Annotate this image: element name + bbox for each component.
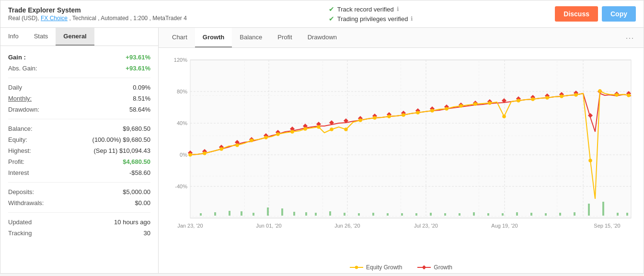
stats-section: Gain : +93.61% Abs. Gain: +93.61% Daily …: [0, 46, 158, 244]
drawdown-value: 58.64%: [129, 106, 150, 113]
svg-text:0%: 0%: [180, 152, 187, 158]
svg-rect-40: [415, 213, 417, 216]
updated-value: 10 hours ago: [114, 218, 150, 226]
tab-general[interactable]: General: [56, 28, 94, 46]
svg-text:120%: 120%: [174, 57, 187, 63]
tab-drawdown[interactable]: Drawdown: [300, 28, 345, 47]
left-tabs: Info Stats General: [0, 28, 158, 46]
svg-point-102: [388, 115, 391, 118]
svg-rect-55: [626, 213, 628, 216]
svg-rect-49: [545, 213, 547, 216]
equity-legend-icon: [350, 264, 363, 270]
svg-rect-1: [190, 60, 631, 218]
stat-withdrawals: Withdrawals: $0.00: [8, 197, 150, 208]
info-icon-2[interactable]: ℹ: [411, 15, 413, 22]
chart-area: 120% 80% 40% 0% -40% Jan 23, '20 Jun 01,…: [159, 48, 644, 273]
svg-rect-33: [315, 213, 317, 216]
svg-point-115: [575, 93, 577, 96]
left-panel: Info Stats General Gain : +93.61% Abs. G…: [0, 28, 159, 273]
svg-rect-44: [473, 212, 475, 216]
system-title: Trade Explorer System: [8, 6, 187, 14]
right-panel: Chart Growth Balance Profit Drawdown ⋯: [159, 28, 644, 273]
tab-chart[interactable]: Chart: [164, 28, 195, 47]
svg-point-93: [264, 136, 267, 139]
daily-label: Daily: [8, 84, 22, 91]
abs-gain-label: Abs. Gain:: [8, 65, 37, 72]
svg-rect-52: [588, 204, 590, 216]
svg-text:Sep 15, '20: Sep 15, '20: [594, 223, 620, 229]
stat-interest: Interest -$58.60: [8, 167, 150, 178]
verified-section: ✔ Track record verified ℹ ✔ Trading priv…: [329, 5, 414, 23]
tracking-label: Tracking: [8, 230, 32, 237]
svg-rect-25: [214, 212, 216, 216]
tab-stats[interactable]: Stats: [26, 28, 56, 46]
discuss-button[interactable]: Discuss: [555, 6, 598, 22]
legend-growth: Growth: [417, 264, 452, 271]
stat-tracking: Tracking 30: [8, 228, 150, 239]
daily-value: 0.09%: [133, 84, 150, 91]
svg-rect-47: [516, 212, 518, 216]
drawdown-label: Drawdown:: [8, 106, 39, 113]
equity-label: Equity:: [8, 136, 27, 143]
svg-point-89: [203, 152, 206, 155]
svg-rect-39: [401, 213, 403, 216]
growth-chart: 120% 80% 40% 0% -40% Jan 23, '20 Jun 01,…: [166, 53, 636, 259]
divider-3: [8, 182, 150, 183]
info-icon-1[interactable]: ℹ: [397, 6, 399, 12]
header: Trade Explorer System Real (USD), FX Cho…: [0, 0, 644, 28]
tab-balance[interactable]: Balance: [232, 28, 270, 47]
svg-point-98: [330, 128, 333, 131]
header-buttons: Discuss Copy: [555, 6, 636, 22]
main-container: Trade Explorer System Real (USD), FX Cho…: [0, 0, 644, 274]
svg-point-104: [416, 111, 419, 114]
svg-rect-43: [459, 213, 460, 216]
svg-point-100: [359, 119, 362, 122]
svg-rect-50: [559, 213, 561, 216]
tab-info[interactable]: Info: [0, 28, 26, 46]
svg-point-97: [317, 126, 320, 128]
svg-rect-32: [305, 212, 307, 216]
stat-gain: Gain : +93.61%: [8, 52, 150, 63]
svg-rect-31: [293, 212, 295, 216]
track-record-verified: ✔ Track record verified ℹ: [329, 5, 414, 13]
svg-text:Aug 19, '20: Aug 19, '20: [491, 223, 518, 229]
fx-choice-link[interactable]: FX Choice: [41, 15, 68, 22]
check-icon-1: ✔: [329, 5, 334, 13]
svg-point-96: [304, 127, 307, 130]
highest-value: (Sep 11) $10,094.43: [93, 147, 150, 154]
svg-rect-30: [281, 208, 283, 216]
copy-button[interactable]: Copy: [602, 6, 636, 22]
svg-rect-28: [253, 213, 254, 216]
svg-rect-26: [229, 211, 230, 216]
updated-label: Updated: [8, 218, 32, 226]
svg-point-105: [431, 109, 434, 112]
verified-text-2: Trading privileges verified: [337, 15, 408, 23]
more-options-button[interactable]: ⋯: [621, 29, 638, 47]
svg-point-101: [373, 116, 376, 119]
svg-point-106: [445, 107, 448, 110]
svg-point-110: [503, 115, 506, 118]
svg-point-92: [250, 139, 253, 142]
legend-equity: Equity Growth: [350, 264, 402, 271]
svg-point-116: [589, 159, 592, 162]
tracking-value: 30: [144, 230, 150, 237]
svg-point-91: [236, 144, 239, 147]
svg-text:Jun 26, '20: Jun 26, '20: [334, 223, 360, 229]
profit-label: Profit:: [8, 158, 24, 165]
monthly-value: 8.51%: [133, 95, 150, 102]
stat-profit: Profit: $4,680.50: [8, 156, 150, 167]
tab-profit[interactable]: Profit: [270, 28, 299, 47]
right-tabs: Chart Growth Balance Profit Drawdown ⋯: [159, 28, 644, 48]
balance-value: $9,680.50: [123, 125, 150, 132]
svg-text:Jun 01, '20: Jun 01, '20: [256, 223, 281, 229]
tab-growth[interactable]: Growth: [195, 28, 232, 47]
interest-label: Interest: [8, 169, 29, 176]
svg-point-103: [402, 114, 405, 116]
svg-point-119: [627, 94, 630, 97]
equity-growth-label: Equity Growth: [366, 264, 402, 271]
deposits-label: Deposits:: [8, 188, 34, 196]
withdrawals-label: Withdrawals:: [8, 199, 44, 207]
monthly-label[interactable]: Monthly:: [8, 95, 32, 102]
svg-rect-27: [241, 211, 242, 216]
stat-equity: Equity: (100.00%) $9,680.50: [8, 134, 150, 145]
